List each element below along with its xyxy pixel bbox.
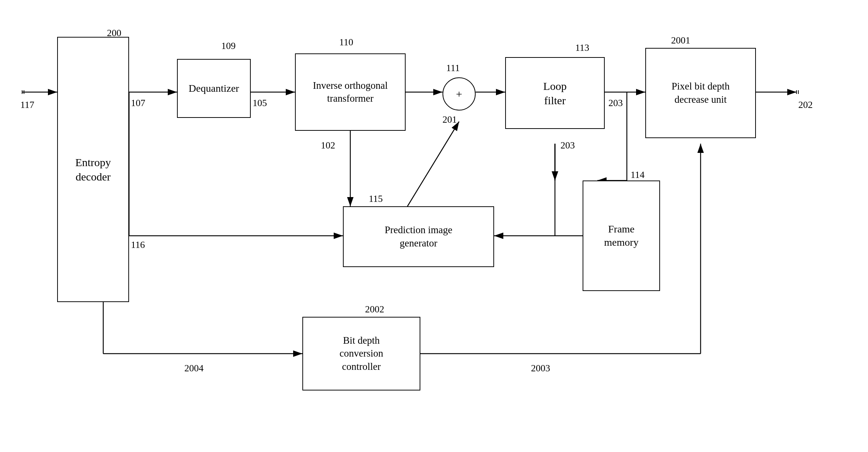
frame-memory-label: Frame memory	[604, 223, 638, 249]
entropy-decoder-label: Entropy decoder	[75, 155, 111, 184]
diagram: Entropy decoder Dequantizer Inverse orth…	[0, 0, 868, 452]
ref-102: 102	[321, 140, 335, 151]
sum-circle: +	[442, 77, 476, 111]
ref-2004: 2004	[184, 363, 204, 374]
ref-111: 111	[446, 63, 460, 74]
svg-line-15	[407, 122, 459, 206]
inverse-transform-label: Inverse orthogonal transformer	[313, 79, 388, 105]
pixel-bit-depth-label: Pixel bit depth decrease unit	[671, 80, 730, 106]
frame-memory-block: Frame memory	[583, 181, 660, 291]
ref-107: 107	[131, 98, 145, 109]
ref-200: 200	[107, 28, 121, 39]
bit-depth-controller-block: Bit depth conversion controller	[302, 317, 420, 390]
loop-filter-label: Loop filter	[543, 79, 566, 108]
ref-109: 109	[221, 41, 236, 52]
ref-113: 113	[575, 42, 589, 53]
dequantizer-block: Dequantizer	[177, 59, 251, 118]
sum-symbol: +	[456, 88, 462, 100]
ref-2003: 2003	[531, 363, 550, 374]
ref-201: 201	[442, 114, 457, 125]
ref-203a: 203	[608, 98, 623, 109]
ref-202: 202	[798, 99, 813, 111]
bit-depth-controller-label: Bit depth conversion controller	[340, 334, 383, 373]
ref-117: 117	[20, 99, 34, 111]
ref-105: 105	[253, 98, 267, 109]
inverse-transform-block: Inverse orthogonal transformer	[295, 53, 406, 131]
prediction-image-label: Prediction image generator	[385, 224, 452, 249]
ref-203b: 203	[560, 140, 575, 151]
ref-2001: 2001	[671, 35, 690, 46]
prediction-image-block: Prediction image generator	[343, 206, 494, 267]
dequantizer-label: Dequantizer	[189, 82, 239, 95]
pixel-bit-depth-block: Pixel bit depth decrease unit	[645, 48, 756, 138]
ref-116: 116	[131, 239, 145, 250]
entropy-decoder-block: Entropy decoder	[57, 37, 129, 302]
ref-2002: 2002	[365, 304, 384, 315]
ref-115: 115	[369, 193, 383, 204]
ref-110: 110	[339, 37, 353, 48]
ref-114: 114	[631, 169, 645, 181]
loop-filter-block: Loop filter	[505, 57, 605, 129]
